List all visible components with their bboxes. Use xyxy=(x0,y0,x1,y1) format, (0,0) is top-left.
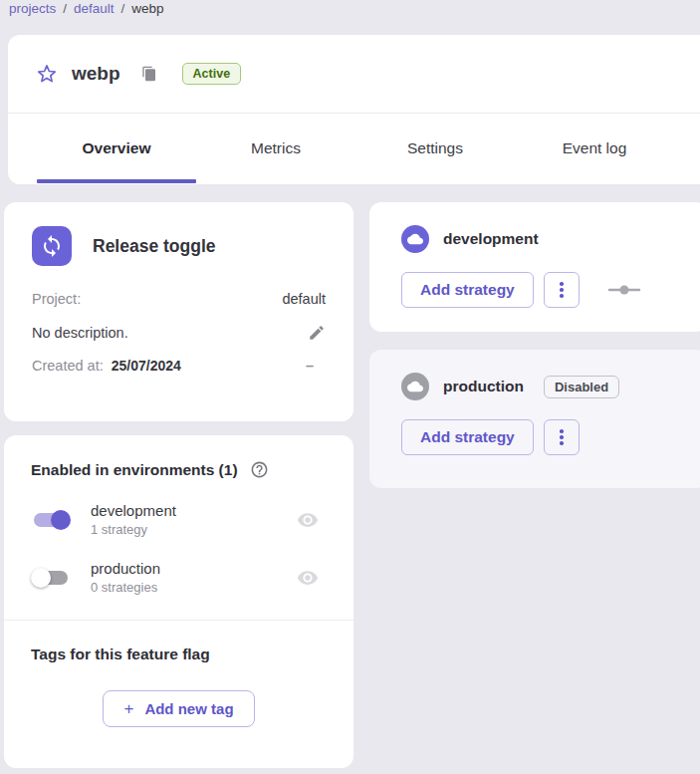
add-strategy-button[interactable]: Add strategy xyxy=(401,419,534,455)
add-new-tag-button[interactable]: + Add new tag xyxy=(103,690,255,727)
strategy-count: 0 strategies xyxy=(91,580,160,595)
environment-name: development xyxy=(91,502,176,519)
edit-description-icon[interactable] xyxy=(308,324,326,342)
breadcrumb-default[interactable]: default xyxy=(74,1,115,16)
active-tab-indicator xyxy=(37,179,196,183)
tab-event-log[interactable]: Event log xyxy=(515,139,674,157)
description-row: No description. xyxy=(32,324,326,342)
feature-header-card: webp Active Overview Metrics Settings Ev… xyxy=(8,35,700,184)
environments-card: Enabled in environments (1) development … xyxy=(4,435,353,768)
created-row: Created at: 25/07/2024 – xyxy=(32,358,326,374)
development-toggle[interactable] xyxy=(31,508,71,532)
environment-name: production xyxy=(91,560,160,577)
description-text: No description. xyxy=(32,325,128,341)
add-strategy-button[interactable]: Add strategy xyxy=(401,272,534,308)
disabled-badge: Disabled xyxy=(544,376,619,398)
tab-settings[interactable]: Settings xyxy=(355,139,515,157)
help-icon[interactable] xyxy=(250,460,269,479)
add-new-tag-label: Add new tag xyxy=(144,700,233,717)
visibility-eye-icon[interactable] xyxy=(297,509,319,531)
breadcrumb-separator: / xyxy=(63,1,67,16)
created-label: Created at: xyxy=(32,358,104,374)
project-label: Project: xyxy=(32,291,81,307)
tab-metrics[interactable]: Metrics xyxy=(196,139,355,157)
project-row: Project: default xyxy=(32,291,326,307)
development-environment-panel: development Add strategy xyxy=(369,202,700,332)
feature-title-row: webp Active xyxy=(8,35,700,114)
environment-panel-name: production xyxy=(443,378,524,395)
plus-icon: + xyxy=(123,699,133,719)
visibility-eye-icon[interactable] xyxy=(297,567,319,589)
environment-cloud-icon xyxy=(401,373,429,400)
feature-details-card: Release toggle Project: default No descr… xyxy=(4,202,353,421)
feature-type-row: Release toggle xyxy=(32,226,326,266)
release-toggle-icon xyxy=(32,226,72,266)
breadcrumb-current: webp xyxy=(131,1,163,16)
environment-panel-name: development xyxy=(443,230,539,248)
production-toggle[interactable] xyxy=(31,566,71,590)
tags-section: Tags for this feature flag + Add new tag xyxy=(4,621,353,752)
environment-row-development: development 1 strategy xyxy=(31,502,327,537)
more-options-kebab-button[interactable] xyxy=(544,272,580,308)
status-badge: Active xyxy=(182,63,242,85)
tab-overview[interactable]: Overview xyxy=(37,139,196,157)
environment-row-production: production 0 strategies xyxy=(31,560,327,595)
tab-bar: Overview Metrics Settings Event log xyxy=(8,114,700,183)
production-environment-panel: production Disabled Add strategy xyxy=(369,350,700,488)
feature-type-label: Release toggle xyxy=(93,236,216,257)
environments-title: Enabled in environments (1) xyxy=(31,461,238,479)
project-value: default xyxy=(282,291,326,307)
page-title: webp xyxy=(72,63,120,85)
empty-value-dash: – xyxy=(306,358,326,374)
environment-cloud-icon xyxy=(401,225,429,253)
drag-handle-icon xyxy=(607,285,641,295)
copy-name-icon[interactable] xyxy=(141,66,157,82)
created-value: 25/07/2024 xyxy=(112,358,181,374)
tags-title: Tags for this feature flag xyxy=(31,645,327,663)
breadcrumb-projects[interactable]: projects xyxy=(9,1,56,16)
breadcrumb: projects / default / webp xyxy=(9,1,164,16)
breadcrumb-separator: / xyxy=(121,1,125,16)
page: projects / default / webp webp Active Ov… xyxy=(0,0,700,774)
favorite-star-icon[interactable] xyxy=(36,63,58,85)
strategy-count: 1 strategy xyxy=(91,522,176,537)
more-options-kebab-button[interactable] xyxy=(544,419,580,455)
